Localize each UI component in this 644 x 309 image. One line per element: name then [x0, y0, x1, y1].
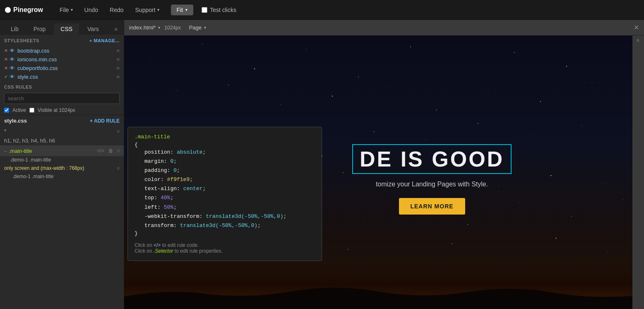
rule-main-title-menu-icon[interactable]: ≡ [117, 148, 120, 154]
collapse-right-button[interactable]: « [635, 39, 642, 42]
tab-prop[interactable]: Prop [27, 23, 53, 35]
logo-icon [5, 7, 11, 13]
fit-button[interactable]: Fit ▾ [171, 5, 194, 15]
eye-bootstrap-icon[interactable]: 👁 [10, 48, 15, 54]
rule-item-main-title[interactable]: – .main-title </> 🗑 ≡ [0, 145, 124, 156]
star [348, 249, 348, 250]
test-clicks-checkbox[interactable] [202, 7, 207, 13]
stylesheet-style-menu-icon[interactable]: ≡ [116, 74, 120, 80]
tab-vars[interactable]: Vars [81, 23, 106, 35]
page-dropdown[interactable]: Page ▾ [189, 24, 206, 31]
file-menu-label: File [60, 7, 69, 13]
rule-sub-demo-main-title[interactable]: .demo-1 .main-title [0, 156, 124, 164]
star [623, 200, 624, 200]
filter-row: Active Visible at 1024px [0, 106, 124, 115]
visible-filter-checkbox[interactable] [29, 108, 34, 113]
file-menu-button[interactable]: File ▾ [56, 5, 76, 15]
popup-prop-transform: transform: translate3d(-50%,-50%,0); [135, 221, 315, 230]
rule-media-name2: 768px) [69, 165, 84, 171]
disable-cubeportfolio-icon[interactable]: ✕ [4, 65, 8, 71]
star [504, 227, 504, 227]
rule-main-title-name: .main-title [9, 148, 96, 154]
popup-prop-color: color: #f9f1e9; [135, 175, 315, 184]
stylesheet-bootstrap-menu-icon[interactable]: ≡ [116, 48, 120, 54]
popup-prop-margin: margin: 0; [135, 157, 315, 166]
support-menu-button[interactable]: Support ▾ [132, 5, 163, 15]
star [332, 96, 333, 97]
disable-ionicons-icon[interactable]: ✕ [4, 57, 8, 62]
stylesheet-cubeportfolio-menu-icon[interactable]: ≡ [116, 65, 120, 71]
rule-media-sub[interactable]: .demo-1 .main-title [0, 173, 124, 180]
page-chevron-icon: ▾ [204, 25, 206, 30]
star [410, 46, 411, 47]
rule-code-edit-button[interactable]: </> [96, 147, 105, 154]
rule-delete-button[interactable]: 🗑 [108, 147, 114, 154]
stylesheet-item-style: ✓ 👁 style.css ≡ [0, 72, 124, 81]
stylesheet-ionicons-menu-icon[interactable]: ≡ [116, 56, 120, 63]
rule-item-universal[interactable]: * ≡ [0, 126, 124, 136]
file-tab-bar: index.html* ▾ 1024px Page ▾ ✕ [124, 20, 644, 36]
tab-css[interactable]: CSS [54, 23, 79, 35]
popup-prop-top: top: 40%; [135, 193, 315, 203]
close-preview-button[interactable]: ✕ [634, 24, 639, 31]
rule-dash-icon: – [4, 148, 7, 154]
landscape-silhouette [124, 276, 644, 309]
active-filter-checkbox[interactable] [4, 108, 9, 113]
star [530, 134, 530, 135]
enabled-style-icon: ✓ [4, 74, 8, 80]
visible-filter-label: Visible at 1024px [38, 107, 75, 113]
panel-tabs: Lib Prop CSS Vars « [0, 20, 124, 35]
undo-button[interactable]: Undo [81, 5, 101, 15]
star [603, 183, 603, 183]
panel-collapse-button[interactable]: « [113, 24, 120, 34]
manage-stylesheets-button[interactable]: + MANAGE... [89, 38, 120, 43]
popup-prop-webkit-transform: -webkit-transform: translate3d(-50%,-50%… [135, 212, 315, 221]
preview-area: index.html* ▾ 1024px Page ▾ ✕ DE IS GOOD… [124, 20, 644, 309]
rule-universal-actions: ≡ [117, 128, 120, 134]
star [592, 82, 592, 82]
stylesheet-style-name[interactable]: style.css [17, 74, 115, 80]
star [566, 66, 567, 67]
right-collapse-panel: « [632, 36, 644, 309]
disable-bootstrap-icon[interactable]: ✕ [4, 48, 8, 53]
popup-prop-text-align: text-align: center; [135, 184, 315, 193]
star [462, 60, 462, 60]
popup-footer: Click on </> to edit rule code. Click on… [135, 242, 315, 254]
stylesheets-header: STYLESHEETS + MANAGE... [0, 35, 124, 46]
main-area: Lib Prop CSS Vars « STYLESHEETS + MANAGE… [0, 20, 644, 309]
stylesheet-ionicons-name[interactable]: ionicons.min.css [17, 56, 115, 63]
star [400, 230, 400, 230]
stylesheet-bootstrap-name[interactable]: bootstrap.css [17, 48, 115, 54]
rule-universal-menu-icon[interactable]: ≡ [117, 128, 120, 134]
stylesheet-cubeportfolio-name[interactable]: cubeportfolio.css [17, 65, 115, 71]
star [467, 224, 468, 225]
test-clicks-area: Test clicks [202, 7, 236, 13]
selector-ref: .Selector [154, 248, 173, 254]
star [176, 90, 177, 91]
rule-universal-name: * [4, 128, 117, 134]
star [452, 244, 452, 244]
learn-more-button[interactable]: LEARN MORE [399, 198, 465, 215]
star [358, 77, 359, 77]
eye-ionicons-icon[interactable]: 👁 [10, 56, 15, 63]
stylesheet-item-cubeportfolio: ✕ 👁 cubeportfolio.css ≡ [0, 64, 124, 72]
code-ref: </> [154, 242, 161, 248]
star [306, 49, 307, 50]
rule-main-title-actions: </> 🗑 ≡ [96, 147, 120, 154]
search-input[interactable] [4, 93, 120, 104]
tab-lib[interactable]: Lib [4, 23, 25, 35]
star [582, 126, 582, 127]
redo-button[interactable]: Redo [106, 5, 127, 15]
style-section-header: style.css + ADD RULE [0, 115, 124, 126]
rule-item-headings[interactable]: h1, h2, h3, h4, h5, h6 [0, 136, 124, 145]
star [150, 58, 151, 58]
add-rule-button[interactable]: + ADD RULE [90, 118, 120, 124]
app-name: Pinegrow [13, 6, 43, 14]
eye-style-icon[interactable]: 👁 [10, 74, 15, 80]
file-tab[interactable]: index.html* ▾ 1024px [129, 24, 181, 31]
star [519, 203, 520, 203]
fit-label: Fit [177, 7, 183, 13]
rule-media-menu-icon[interactable]: ≡ [117, 165, 120, 171]
eye-cubeportfolio-icon[interactable]: 👁 [10, 65, 15, 71]
star [436, 109, 437, 110]
